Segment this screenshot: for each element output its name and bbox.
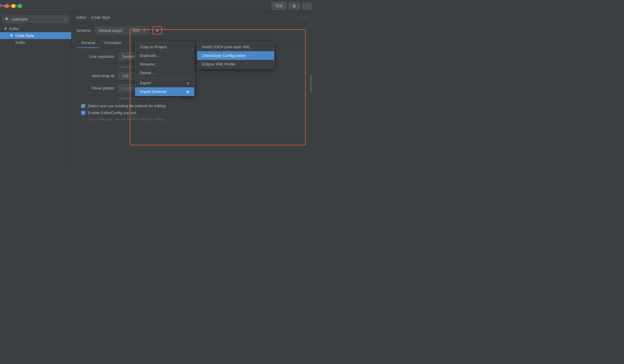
main-container: 🔍 × ▼ Editor ▼ Code Style Kotlin Editor … bbox=[0, 12, 312, 169]
menu-item-label: Copy to Project... bbox=[140, 45, 170, 49]
sidebar-item-label: Editor bbox=[9, 27, 19, 31]
search-icon: 🔍 bbox=[5, 17, 10, 21]
visual-guides-hint: Specify one guide (80) or several (80, 1… bbox=[119, 97, 307, 100]
menu-item-duplicate[interactable]: Duplicate... bbox=[135, 51, 194, 60]
submenu-arrow-icon: ▶ bbox=[187, 81, 189, 85]
menu-item-label: Duplicate... bbox=[140, 53, 159, 58]
tab-formatter[interactable]: Formatter bbox=[100, 38, 126, 48]
line-separator-label: Line separator: bbox=[76, 54, 115, 59]
submenu-item-intellij[interactable]: IntelliJ IDEA code style XML bbox=[197, 43, 274, 51]
submenu-item-eclipse[interactable]: Eclipse XML Profile bbox=[197, 60, 274, 69]
minimize-button[interactable] bbox=[11, 4, 16, 8]
menu-item-label: Import Scheme bbox=[140, 89, 166, 94]
delete-button[interactable]: 🗑 bbox=[289, 2, 300, 10]
scheme-select-value: Default copy2 bbox=[98, 28, 130, 33]
detect-indent-checkbox[interactable]: ✓ bbox=[81, 104, 85, 108]
detect-indent-label: Detect and use existing file indents for… bbox=[88, 104, 166, 108]
search-clear-icon[interactable]: × bbox=[64, 17, 66, 21]
editorconfig-label: Enable EditorConfig support bbox=[88, 111, 136, 115]
window-controls bbox=[5, 4, 22, 8]
scheme-select[interactable]: Default copy2 IDE ▼ bbox=[95, 27, 149, 34]
hard-wrap-label: Hard wrap at: bbox=[76, 74, 115, 78]
menu-item-export[interactable]: Export ▶ bbox=[135, 79, 194, 87]
share-button[interactable]: ↑ bbox=[302, 2, 312, 10]
tab-general[interactable]: General bbox=[76, 38, 100, 48]
close-button[interactable] bbox=[5, 4, 9, 8]
sidebar: 🔍 × ▼ Editor ▼ Code Style Kotlin bbox=[0, 12, 72, 169]
editorconfig-checkbox[interactable]: ✓ bbox=[81, 111, 85, 115]
search-box[interactable]: 🔍 × bbox=[2, 15, 69, 23]
breadcrumb: Editor › Code Style ← → bbox=[72, 12, 312, 23]
expand-arrow-icon: ▼ bbox=[10, 33, 13, 38]
nav-forward-button[interactable]: → bbox=[303, 15, 307, 20]
checkmark-icon: ✓ bbox=[82, 111, 84, 114]
submenu-item-label: IntelliJ IDEA code style XML bbox=[202, 45, 251, 49]
done-button[interactable]: 完成 bbox=[271, 2, 286, 10]
nav-back-button[interactable]: ← bbox=[296, 15, 301, 20]
maximize-button[interactable] bbox=[18, 4, 22, 8]
scheme-dropdown-arrow-icon: ▼ bbox=[143, 29, 146, 32]
scrollbar-thumb[interactable] bbox=[310, 75, 312, 93]
breadcrumb-current: Code Style bbox=[91, 15, 110, 20]
import-scheme-submenu: IntelliJ IDEA code style XML CheckStyle … bbox=[197, 42, 274, 69]
scheme-label: Scheme: bbox=[76, 28, 92, 33]
editorconfig-row: ✓ Enable EditorConfig support bbox=[76, 111, 307, 115]
search-input[interactable] bbox=[11, 17, 62, 21]
sidebar-item-editor[interactable]: ▼ Editor bbox=[0, 25, 71, 32]
menu-item-import-scheme[interactable]: Import Scheme ▶ bbox=[135, 87, 194, 96]
title-bar: Preferences 完成 🗑 ↑ bbox=[0, 0, 312, 12]
menu-item-delete[interactable]: Delete... bbox=[135, 69, 194, 77]
scheme-badge: IDE bbox=[132, 29, 140, 32]
breadcrumb-parent: Editor bbox=[76, 15, 87, 20]
sidebar-item-kotlin[interactable]: Kotlin bbox=[0, 39, 71, 46]
submenu-item-label: Eclipse XML Profile bbox=[202, 62, 235, 66]
submenu-arrow-icon: ▶ bbox=[187, 90, 189, 93]
submenu-item-label: CheckStyle Configuration bbox=[202, 53, 246, 58]
breadcrumb-separator: › bbox=[88, 15, 89, 20]
checkmark-icon: ✓ bbox=[82, 104, 84, 108]
detect-indent-row: ✓ Detect and use existing file indents f… bbox=[76, 104, 307, 108]
toolbar-right: 完成 🗑 ↑ bbox=[271, 2, 312, 10]
visual-guides-label: Visual guides: bbox=[76, 86, 115, 90]
scheme-gear-button[interactable]: ⚙ bbox=[152, 27, 162, 35]
menu-item-copy-to-project[interactable]: Copy to Project... bbox=[135, 43, 194, 51]
editorconfig-sublabel: EditorConfig may override the IDE code s… bbox=[76, 117, 307, 121]
scheme-row: Scheme: Default copy2 IDE ▼ ⚙ bbox=[72, 23, 312, 38]
sidebar-item-label: Kotlin bbox=[16, 40, 25, 45]
sidebar-item-codestyle[interactable]: ▼ Code Style bbox=[0, 32, 71, 39]
gear-dropdown-menu: Copy to Project... Duplicate... Rename..… bbox=[135, 42, 194, 96]
menu-item-rename[interactable]: Rename... bbox=[135, 60, 194, 69]
scrollbar[interactable] bbox=[310, 12, 312, 169]
menu-item-label: Delete... bbox=[140, 71, 154, 75]
submenu-item-checkstyle[interactable]: CheckStyle Configuration bbox=[197, 51, 274, 60]
menu-separator bbox=[135, 78, 194, 78]
sidebar-item-label: Code Style bbox=[15, 33, 34, 38]
menu-item-label: Export bbox=[140, 81, 151, 85]
breadcrumb-nav: ← → bbox=[296, 15, 307, 20]
content-area: Editor › Code Style ← → Scheme: Default … bbox=[72, 12, 312, 169]
menu-item-label: Rename... bbox=[140, 62, 158, 66]
expand-arrow-icon: ▼ bbox=[4, 27, 7, 31]
